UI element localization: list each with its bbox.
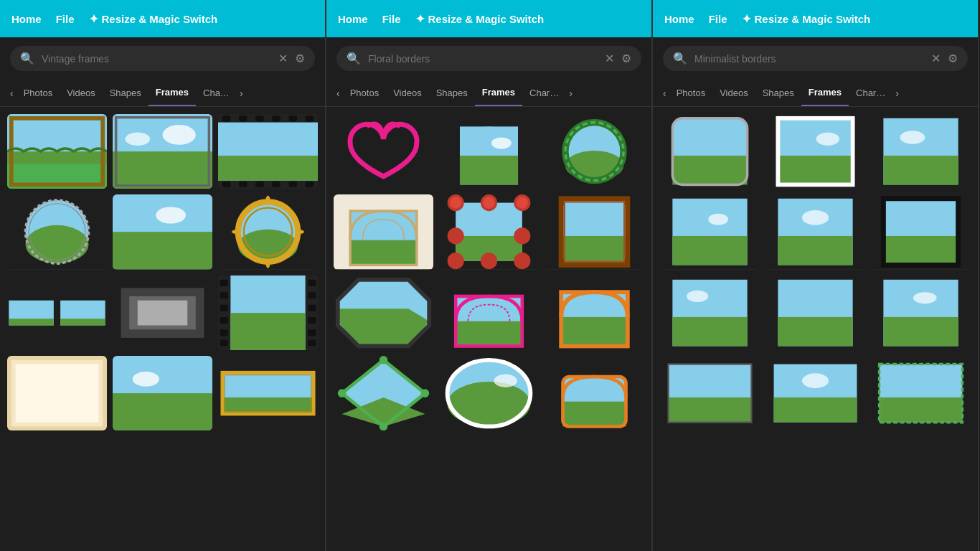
frame-item[interactable] xyxy=(218,356,318,430)
svg-rect-53 xyxy=(220,329,228,336)
frame-item[interactable] xyxy=(765,114,865,189)
nav-file-3[interactable]: File xyxy=(709,13,727,25)
frame-item[interactable] xyxy=(334,114,433,189)
search-box-2: 🔍 ✕ ⚙ xyxy=(336,46,641,71)
tab-photos-2[interactable]: Photos xyxy=(343,80,386,105)
tab-charts-2[interactable]: Char… xyxy=(522,80,566,105)
search-clear-1[interactable]: ✕ xyxy=(278,52,288,65)
svg-rect-54 xyxy=(220,339,228,346)
tab-next-3[interactable]: › xyxy=(892,88,902,99)
tab-charts-3[interactable]: Char… xyxy=(849,80,892,105)
tab-frames-1[interactable]: Frames xyxy=(149,80,196,106)
frame-item[interactable] xyxy=(660,356,760,430)
nav-home-3[interactable]: Home xyxy=(664,13,694,25)
search-input-1[interactable] xyxy=(42,53,271,65)
panel-floral: Home File ✦ Resize & Magic Switch 🔍 ✕ ⚙ … xyxy=(326,0,653,551)
tab-videos-3[interactable]: Videos xyxy=(712,80,755,105)
frame-item[interactable] xyxy=(660,114,760,189)
svg-rect-58 xyxy=(308,316,316,323)
grid-content-2 xyxy=(326,107,651,551)
search-icon-3: 🔍 xyxy=(673,52,687,65)
nav-magic-3[interactable]: ✦ Resize & Magic Switch xyxy=(742,12,871,26)
svg-rect-132 xyxy=(562,401,626,426)
frame-item[interactable] xyxy=(439,194,539,269)
svg-rect-15 xyxy=(272,116,281,121)
tab-frames-2[interactable]: Frames xyxy=(475,80,522,106)
tab-photos-3[interactable]: Photos xyxy=(669,80,712,105)
frame-item[interactable] xyxy=(7,356,107,430)
frame-item[interactable] xyxy=(439,356,539,430)
nav-home-2[interactable]: Home xyxy=(338,13,368,25)
frame-item[interactable] xyxy=(545,114,644,189)
frame-item[interactable] xyxy=(334,194,433,269)
svg-point-170 xyxy=(913,292,936,303)
frame-item[interactable] xyxy=(334,356,433,430)
tab-shapes-3[interactable]: Shapes xyxy=(755,80,801,105)
svg-rect-181 xyxy=(880,397,963,423)
frame-item[interactable] xyxy=(545,194,644,269)
svg-point-178 xyxy=(802,373,829,388)
tab-videos-1[interactable]: Videos xyxy=(60,80,103,105)
svg-rect-16 xyxy=(288,116,297,121)
frame-item[interactable] xyxy=(218,194,318,269)
tab-shapes-1[interactable]: Shapes xyxy=(103,80,149,105)
frame-item[interactable] xyxy=(765,194,865,269)
svg-rect-45 xyxy=(138,300,188,325)
tab-charts-1[interactable]: Cha… xyxy=(196,80,237,105)
search-filter-1[interactable]: ⚙ xyxy=(295,52,305,65)
frame-item[interactable] xyxy=(7,194,107,269)
search-clear-3[interactable]: ✕ xyxy=(931,52,941,65)
frame-item[interactable] xyxy=(871,356,971,430)
nav-magic-2[interactable]: ✦ Resize & Magic Switch xyxy=(415,12,545,26)
tab-prev-3[interactable]: ‹ xyxy=(660,88,669,99)
frame-item[interactable] xyxy=(7,276,107,350)
frame-item[interactable] xyxy=(113,276,212,350)
frame-item[interactable] xyxy=(218,276,318,350)
svg-rect-51 xyxy=(220,304,228,311)
search-clear-2[interactable]: ✕ xyxy=(605,52,614,65)
search-filter-3[interactable]: ⚙ xyxy=(948,52,958,65)
tab-photos-1[interactable]: Photos xyxy=(17,80,60,105)
frame-item[interactable] xyxy=(871,114,971,189)
frame-item[interactable] xyxy=(545,356,644,430)
tab-frames-3[interactable]: Frames xyxy=(801,80,849,106)
search-input-2[interactable] xyxy=(368,53,598,65)
nav-file-2[interactable]: File xyxy=(382,13,401,25)
frame-item[interactable] xyxy=(7,114,107,189)
svg-rect-23 xyxy=(306,182,314,187)
nav-home-1[interactable]: Home xyxy=(11,13,42,25)
frame-item[interactable] xyxy=(545,276,644,350)
tab-next-1[interactable]: › xyxy=(237,88,246,99)
search-input-3[interactable] xyxy=(694,53,924,65)
svg-rect-56 xyxy=(308,292,316,298)
svg-point-26 xyxy=(25,225,88,263)
search-area-2: 🔍 ✕ ⚙ xyxy=(326,37,651,80)
frame-item[interactable] xyxy=(439,114,539,189)
frame-item[interactable] xyxy=(765,276,865,350)
frame-item[interactable] xyxy=(113,356,212,430)
frame-item[interactable] xyxy=(439,276,539,350)
svg-point-98 xyxy=(483,197,494,209)
svg-rect-115 xyxy=(561,316,628,346)
tab-prev-1[interactable]: ‹ xyxy=(7,88,17,99)
frame-item[interactable] xyxy=(113,194,212,269)
magic-star-2: ✦ xyxy=(415,12,425,26)
frame-item[interactable] xyxy=(871,194,971,269)
frame-item[interactable] xyxy=(334,276,433,350)
search-icon-1: 🔍 xyxy=(20,52,34,65)
frame-item[interactable] xyxy=(218,114,318,189)
frame-item[interactable] xyxy=(871,276,971,350)
svg-point-92 xyxy=(448,228,464,245)
frame-item[interactable] xyxy=(660,194,760,269)
frame-item[interactable] xyxy=(660,276,760,350)
tab-videos-2[interactable]: Videos xyxy=(386,80,429,105)
tab-prev-2[interactable]: ‹ xyxy=(334,88,343,99)
search-filter-2[interactable]: ⚙ xyxy=(621,52,631,65)
nav-file-1[interactable]: File xyxy=(56,13,75,25)
nav-magic-1[interactable]: ✦ Resize & Magic Switch xyxy=(89,12,218,26)
tab-shapes-2[interactable]: Shapes xyxy=(429,80,475,105)
frame-item[interactable] xyxy=(765,356,865,430)
svg-point-151 xyxy=(708,214,728,225)
tab-next-2[interactable]: › xyxy=(566,88,575,99)
frame-item[interactable] xyxy=(113,114,212,189)
